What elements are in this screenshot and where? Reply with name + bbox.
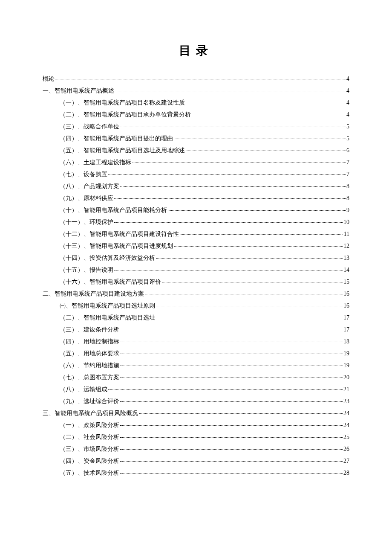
toc-entry-page: 25 (343, 434, 349, 440)
toc-entry[interactable]: （十六）、智能用电系统产品项目评价15 (60, 279, 349, 285)
toc-entry-page: 8 (346, 183, 349, 189)
toc-entry[interactable]: ㈠、智能用电系统产品项目选址原则16 (60, 303, 349, 309)
toc-entry-label: （一）、政策风险分析 (60, 422, 119, 428)
toc-entry-label: （二）、智能用电系统产品项目选址 (60, 315, 155, 321)
toc-leader-dots (192, 115, 346, 115)
toc-entry[interactable]: （七）、设备购置7 (60, 171, 349, 177)
toc-entry[interactable]: （十三）、智能用电系统产品项目进度规划12 (60, 243, 349, 249)
toc-entry-page: 19 (343, 363, 349, 369)
toc-leader-dots (156, 318, 343, 318)
toc-entry-label: （十）、智能用电系统产品项目能耗分析 (60, 207, 167, 213)
toc-entry[interactable]: （十四）、投资估算及经济效益分析13 (60, 255, 349, 261)
toc-leader-dots (186, 151, 346, 151)
toc-entry-page: 23 (343, 398, 349, 404)
toc-entry[interactable]: （四）、资金风险分析27 (60, 458, 349, 464)
toc-leader-dots (168, 210, 346, 211)
toc-entry[interactable]: （十二）、智能用电系统产品项目建设符合性11 (60, 231, 349, 237)
toc-entry-label: 概论 (43, 76, 55, 82)
toc-entry-page: 15 (343, 279, 349, 285)
toc-entry-page: 17 (343, 315, 349, 321)
toc-entry[interactable]: 三、智能用电系统产品项目风险概况24 (43, 410, 349, 416)
toc-leader-dots (114, 270, 343, 270)
toc-entry[interactable]: （三）、战略合作单位5 (60, 124, 349, 130)
toc-leader-dots (174, 139, 346, 139)
toc-entry-page: 28 (343, 470, 349, 476)
toc-entry-page: 4 (346, 88, 349, 94)
toc-leader-dots (108, 174, 346, 175)
toc-entry-page: 12 (343, 243, 349, 249)
toc-entry-label: （九）、选址综合评价 (60, 398, 119, 404)
toc-entry-label: （四）、智能用电系统产品项目提出的理由 (60, 136, 173, 142)
toc-leader-dots (120, 366, 343, 366)
toc-entry[interactable]: （四）、智能用电系统产品项目提出的理由5 (60, 136, 349, 142)
toc-entry[interactable]: 概论4 (43, 76, 349, 82)
toc-entry-page: 11 (344, 231, 349, 237)
toc-leader-dots (120, 473, 343, 474)
toc-entry-label: （八）、产品规划方案 (60, 183, 119, 189)
toc-entry[interactable]: （三）、建设条件分析17 (60, 327, 349, 333)
toc-entry[interactable]: 一、智能用电系统产品概述4 (43, 88, 349, 94)
toc-entry-label: （九）、原材料供应 (60, 195, 113, 201)
toc-entry[interactable]: （四）、用地控制指标18 (60, 339, 349, 345)
toc-leader-dots (132, 163, 346, 163)
toc-leader-dots (120, 127, 346, 127)
toc-leader-dots (139, 413, 343, 414)
toc-entry[interactable]: （六）、土建工程建设指标7 (60, 160, 349, 166)
toc-entry[interactable]: （九）、原材料供应8 (60, 195, 349, 201)
toc-entry-label: （六）、节约用地措施 (60, 363, 119, 369)
toc-title: 目录 (43, 43, 349, 59)
toc-entry-label: （十三）、智能用电系统产品项目进度规划 (60, 243, 173, 249)
toc-entry[interactable]: （十五）、报告说明14 (60, 267, 349, 273)
toc-leader-dots (120, 401, 343, 402)
toc-entry-page: 17 (343, 327, 349, 333)
toc-entry-page: 24 (343, 422, 349, 428)
toc-entry-page: 10 (343, 219, 349, 225)
toc-entry[interactable]: （十）、智能用电系统产品项目能耗分析9 (60, 207, 349, 213)
toc-entry-label: （三）、市场风险分析 (60, 446, 119, 452)
toc-entry[interactable]: （二）、智能用电系统产品项目承办单位背景分析4 (60, 112, 349, 118)
toc-leader-dots (162, 282, 343, 282)
toc-entry[interactable]: （二）、社会风险分析25 (60, 434, 349, 440)
toc-entry-page: 27 (343, 458, 349, 464)
toc-entry[interactable]: （五）、技术风险分析28 (60, 470, 349, 476)
toc-entry[interactable]: （九）、选址综合评价23 (60, 398, 349, 404)
toc-entry[interactable]: （八）、产品规划方案8 (60, 183, 349, 189)
toc-entry-page: 7 (346, 171, 349, 177)
toc-entry-label: （三）、战略合作单位 (60, 124, 119, 130)
toc-entry[interactable]: （三）、市场风险分析26 (60, 446, 349, 452)
toc-entry-page: 5 (346, 136, 349, 142)
toc-entry-page: 4 (346, 112, 349, 118)
toc-leader-dots (120, 342, 343, 342)
toc-entry-label: （六）、土建工程建设指标 (60, 160, 131, 166)
toc-leader-dots (120, 437, 343, 438)
toc-entry-label: 一、智能用电系统产品概述 (43, 88, 114, 94)
toc-entry-page: 26 (343, 446, 349, 452)
toc-entry[interactable]: （八）、运输组成21 (60, 386, 349, 392)
toc-leader-dots (120, 186, 346, 187)
toc-entry[interactable]: （二）、智能用电系统产品项目选址17 (60, 315, 349, 321)
toc-entry[interactable]: （六）、节约用地措施19 (60, 363, 349, 369)
toc-entry[interactable]: （一）、智能用电系统产品项目名称及建设性质4 (60, 100, 349, 106)
toc-entry-label: （七）、总图布置方案 (60, 375, 119, 381)
toc-entry-page: 13 (343, 255, 349, 261)
toc-entry[interactable]: （五）、智能用电系统产品项目选址及用地综述6 (60, 148, 349, 154)
toc-entry-label: （四）、资金风险分析 (60, 458, 119, 464)
toc-entry-page: 8 (346, 195, 349, 201)
toc-leader-dots (120, 354, 343, 354)
toc-entry-label: （十二）、智能用电系统产品项目建设符合性 (60, 231, 179, 237)
toc-entry-page: 16 (343, 291, 349, 297)
toc-entry[interactable]: （十一）、环境保护10 (60, 219, 349, 225)
toc-leader-dots (186, 103, 346, 103)
toc-entry[interactable]: 二、智能用电系统产品项目建设地方案16 (43, 291, 349, 297)
toc-entry[interactable]: （五）、用地总体要求19 (60, 351, 349, 357)
toc-entry-label: （十六）、智能用电系统产品项目评价 (60, 279, 161, 285)
toc-entry[interactable]: （一）、政策风险分析24 (60, 422, 349, 428)
toc-entry-page: 20 (343, 375, 349, 381)
toc-entry-label: （十四）、投资估算及经济效益分析 (60, 255, 155, 261)
toc-entry[interactable]: （七）、总图布置方案20 (60, 375, 349, 381)
toc-entry-label: （五）、技术风险分析 (60, 470, 119, 476)
toc-entry-page: 18 (343, 339, 349, 345)
toc-leader-dots (108, 389, 343, 390)
toc-entry-page: 4 (346, 76, 349, 82)
toc-leader-dots (120, 449, 343, 450)
